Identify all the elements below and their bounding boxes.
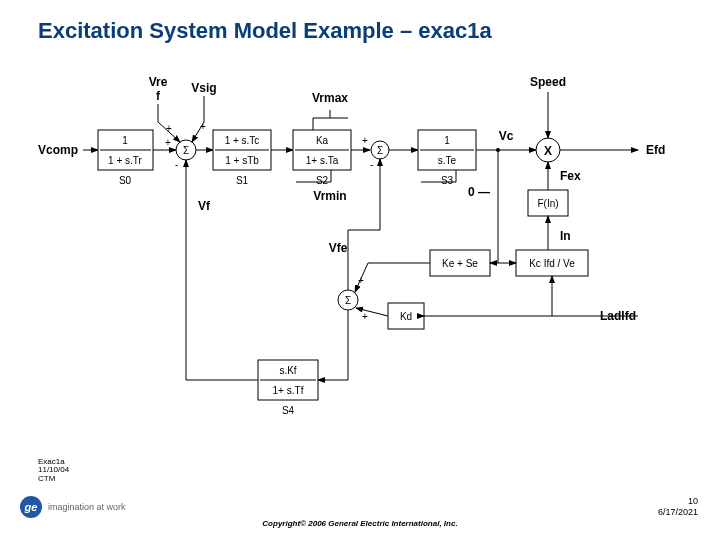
- logo-area: ge imagination at work: [20, 496, 126, 518]
- block-s3-den: s.Te: [438, 155, 457, 166]
- block-s1-tag: S1: [236, 175, 249, 186]
- svg-line-34: [356, 308, 388, 316]
- footer: ge imagination at work Copyright© 2006 G…: [0, 498, 720, 534]
- block-s2-tag: S2: [316, 175, 329, 186]
- block-fin-label: F(In): [537, 198, 558, 209]
- block-s0-num: 1: [122, 135, 128, 146]
- copyright-text: Copyright© 2006 General Electric Interna…: [0, 519, 720, 528]
- label-vcomp: Vcomp: [38, 143, 78, 157]
- label-fex: Fex: [560, 169, 581, 183]
- block-s2-den: 1+ s.Ta: [306, 155, 339, 166]
- sum-symbol-1: Σ: [183, 145, 189, 156]
- ge-logo-icon: ge: [20, 496, 42, 518]
- block-kd-label: Kd: [400, 311, 412, 322]
- block-s4-tag: S4: [282, 405, 295, 416]
- block-s4-num: s.Kf: [279, 365, 296, 376]
- svg-text:+: +: [358, 275, 364, 286]
- label-efd: Efd: [646, 143, 665, 157]
- svg-text:+: +: [362, 135, 368, 146]
- slide-title: Excitation System Model Example – exac1a: [38, 18, 492, 44]
- svg-text:+: +: [165, 137, 171, 148]
- label-vref: Vre: [149, 75, 168, 89]
- sum-symbol-3: Σ: [345, 295, 351, 306]
- page-number: 10: [658, 496, 698, 507]
- label-vref2: f: [156, 89, 161, 103]
- page-date: 6/17/2021: [658, 507, 698, 518]
- svg-text:+: +: [200, 121, 206, 132]
- block-s3-num: 1: [444, 135, 450, 146]
- block-s1-num: 1 + s.Tc: [225, 135, 260, 146]
- notes-line3: CTM: [38, 475, 69, 484]
- label-speed: Speed: [530, 75, 566, 89]
- mult-symbol: X: [544, 144, 552, 158]
- block-s4-den: 1+ s.Tf: [273, 385, 304, 396]
- svg-text:+: +: [362, 311, 368, 322]
- block-s0-tag: S0: [119, 175, 132, 186]
- block-s0-den: 1 + s.Tr: [108, 155, 142, 166]
- label-vrmin: Vrmin: [313, 189, 346, 203]
- svg-text:-: -: [370, 159, 373, 170]
- block-kese-label: Ke + Se: [442, 258, 478, 269]
- label-vf: Vf: [198, 199, 211, 213]
- block-kcifd-label: Kc Ifd / Ve: [529, 258, 575, 269]
- block-diagram: Vcomp 1 1 + s.Tr S0 + Σ Vre f + Vsig + -…: [38, 60, 678, 460]
- block-s2-num: Ka: [316, 135, 329, 146]
- label-vc: Vc: [499, 129, 514, 143]
- svg-text:+: +: [166, 123, 172, 134]
- svg-point-31: [496, 148, 500, 152]
- label-vrmax: Vrmax: [312, 91, 348, 105]
- label-vsig: Vsig: [191, 81, 216, 95]
- label-in: In: [560, 229, 571, 243]
- slide-notes: Exac1a 11/10/04 CTM: [38, 458, 69, 484]
- label-zero: 0 —: [468, 185, 490, 199]
- block-s1-den: 1 + sTb: [225, 155, 259, 166]
- block-s3-tag: S3: [441, 175, 454, 186]
- label-vfe: Vfe: [329, 241, 348, 255]
- page-info: 10 6/17/2021: [658, 496, 698, 518]
- svg-text:-: -: [175, 159, 178, 170]
- sum-symbol-2: Σ: [377, 145, 383, 156]
- logo-tagline: imagination at work: [48, 502, 126, 512]
